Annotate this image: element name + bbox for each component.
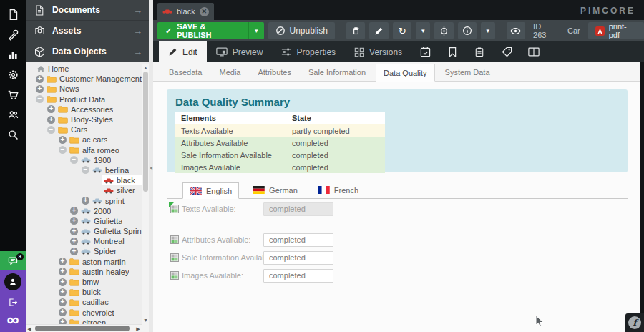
- user-avatar[interactable]: [4, 273, 21, 290]
- collapse-icon[interactable]: −: [70, 156, 78, 164]
- accordion-data-objects[interactable]: Data Objects →: [26, 42, 149, 62]
- tab-preview[interactable]: Preview: [207, 42, 273, 62]
- expand-icon[interactable]: +: [70, 228, 78, 235]
- lang-tab-english[interactable]: English: [182, 182, 239, 199]
- collapse-icon[interactable]: −: [82, 166, 89, 174]
- file-icon[interactable]: [0, 4, 26, 24]
- notifications-button[interactable]: 3: [0, 251, 26, 270]
- subtab-attributes[interactable]: Attributes: [250, 63, 298, 81]
- subtab-sale-information[interactable]: Sale Information: [301, 63, 373, 81]
- close-icon[interactable]: ✕: [200, 7, 209, 16]
- subtab-media[interactable]: Media: [212, 63, 248, 81]
- expand-icon[interactable]: +: [59, 258, 67, 265]
- preview-eye-button[interactable]: [507, 22, 526, 39]
- collapse-icon[interactable]: −: [59, 146, 67, 154]
- field-input-attributes-available[interactable]: [263, 233, 333, 247]
- tree-item-aston-martin[interactable]: +aston martin: [26, 257, 142, 267]
- expand-icon[interactable]: +: [36, 75, 44, 83]
- tree-item-silver[interactable]: silver: [26, 185, 142, 195]
- expand-icon[interactable]: +: [70, 238, 78, 245]
- field-input-texts-available[interactable]: [263, 202, 333, 216]
- save-publish-button[interactable]: ✓ SAVE & PUBLISH ▾: [157, 22, 264, 39]
- tree-item-body-styles[interactable]: +Body-Styles: [26, 114, 142, 125]
- tab-columns[interactable]: [520, 42, 547, 62]
- debug-profiler-badge[interactable]: f: [625, 313, 644, 332]
- tab-black[interactable]: black ✕: [157, 3, 214, 20]
- subtab-basedata[interactable]: Basedata: [162, 63, 209, 81]
- collapse-icon[interactable]: −: [36, 95, 44, 103]
- info-button[interactable]: [458, 22, 477, 39]
- expand-icon[interactable]: +: [59, 136, 67, 144]
- tree-item-cadillac[interactable]: +cadillac: [26, 297, 142, 307]
- reload-options-caret[interactable]: ▾: [416, 22, 430, 39]
- tree-item-citroen[interactable]: +citroen: [26, 318, 142, 324]
- tab-edit[interactable]: Edit: [159, 42, 207, 62]
- tree-item-news[interactable]: +News: [26, 84, 142, 94]
- tab-bookmark[interactable]: [439, 42, 466, 62]
- expand-icon[interactable]: +: [59, 298, 67, 306]
- tree-item-berlina[interactable]: −berlina: [26, 165, 142, 175]
- expand-icon[interactable]: +: [47, 105, 55, 113]
- expand-icon[interactable]: +: [59, 308, 67, 316]
- tree-item-gulietta-sprint-specia[interactable]: +Gulietta Sprint Specia: [26, 226, 142, 236]
- tree-item-1900[interactable]: −1900: [26, 155, 142, 165]
- field-input-images-available[interactable]: [263, 269, 333, 283]
- panel-splitter[interactable]: ◂: [149, 0, 153, 332]
- tree-item-bmw[interactable]: +bmw: [26, 277, 142, 287]
- tree-item-montreal[interactable]: +Montreal: [26, 236, 142, 246]
- scroll-left-icon[interactable]: ◀: [26, 325, 33, 332]
- tab-tag[interactable]: [493, 42, 520, 62]
- delete-button[interactable]: [346, 22, 366, 39]
- expand-icon[interactable]: +: [70, 207, 78, 215]
- search-icon[interactable]: [0, 125, 26, 145]
- tree-item-home[interactable]: Home: [26, 64, 142, 74]
- scrollbar-thumb[interactable]: [35, 326, 130, 331]
- scroll-down-icon[interactable]: ▼: [142, 317, 149, 323]
- lang-tab-french[interactable]: French: [311, 182, 365, 198]
- scroll-right-icon[interactable]: ▶: [135, 325, 142, 332]
- tab-versions[interactable]: Versions: [345, 42, 411, 62]
- settings-icon[interactable]: [0, 64, 26, 84]
- reports-icon[interactable]: [0, 44, 26, 64]
- expand-icon[interactable]: +: [47, 116, 55, 124]
- tab-properties[interactable]: Properties: [272, 42, 345, 62]
- subtab-data-quality[interactable]: Data Quality: [376, 64, 435, 82]
- tools-icon[interactable]: [0, 24, 26, 44]
- expand-icon[interactable]: +: [70, 217, 78, 225]
- customers-icon[interactable]: [0, 104, 26, 125]
- tab-clipboard[interactable]: [466, 42, 493, 62]
- tree-item-cars[interactable]: −Cars: [26, 125, 142, 135]
- expand-icon[interactable]: +: [70, 248, 78, 255]
- expand-icon[interactable]: +: [59, 278, 67, 286]
- tree-item-giulietta[interactable]: +Giulietta: [26, 216, 142, 226]
- tree-horizontal-scrollbar[interactable]: ◀ ▶: [26, 324, 142, 332]
- accordion-documents[interactable]: Documents →: [26, 0, 149, 21]
- subtab-system-data[interactable]: System Data: [438, 63, 497, 81]
- scroll-up-icon[interactable]: ▲: [142, 64, 149, 71]
- expand-icon[interactable]: +: [59, 268, 67, 275]
- ecommerce-icon[interactable]: [0, 84, 26, 104]
- collapse-icon[interactable]: −: [47, 126, 55, 134]
- expand-icon[interactable]: +: [59, 318, 67, 324]
- locate-in-tree-button[interactable]: [434, 22, 454, 39]
- tree-item-austin-healey[interactable]: +austin-healey: [26, 267, 142, 277]
- accordion-assets[interactable]: Assets →: [26, 21, 149, 42]
- expand-icon[interactable]: +: [36, 85, 44, 93]
- tree-item-accessories[interactable]: +Accessories: [26, 104, 142, 114]
- tree-item-chevrolet[interactable]: +chevrolet: [26, 308, 142, 318]
- collapse-panel-icon[interactable]: ◂: [149, 165, 153, 172]
- lang-tab-german[interactable]: German: [246, 182, 304, 198]
- scrollbar-thumb[interactable]: [143, 72, 148, 192]
- tree-item-2000[interactable]: +2000: [26, 206, 142, 216]
- tree-item-customer-management[interactable]: +Customer Management: [26, 74, 142, 84]
- tree-item-alfa-romeo[interactable]: −alfa romeo: [26, 145, 142, 155]
- save-options-caret[interactable]: ▾: [248, 22, 264, 39]
- field-input-sale-information-available[interactable]: [263, 251, 333, 265]
- unpublish-button[interactable]: Unpublish: [268, 22, 335, 39]
- tab-calendar[interactable]: [411, 42, 439, 62]
- pimcore-infinity-logo[interactable]: ∞: [6, 311, 19, 328]
- tree-item-ac-cars[interactable]: +ac cars: [26, 135, 142, 145]
- tree-vertical-scrollbar[interactable]: ▲ ▼: [142, 64, 149, 324]
- logout-icon[interactable]: [4, 295, 21, 309]
- info-options-caret[interactable]: ▾: [481, 22, 495, 39]
